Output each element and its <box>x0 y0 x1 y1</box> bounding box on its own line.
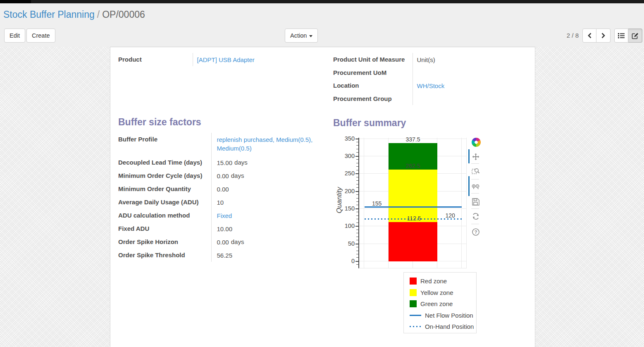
legend-label: Red zone <box>420 278 447 285</box>
legend-swatch <box>410 278 417 285</box>
legend-label: Yellow zone <box>420 289 453 296</box>
adu-label: Average Daily Usage (ADU) <box>118 196 211 209</box>
moc-label: Minimum Order Cycle (days) <box>118 169 211 182</box>
form-view-background: My Company Product [ADPT] USB Adapter Pr… <box>0 47 644 347</box>
field-row-procurement-uom: Procurement UoM <box>333 66 532 79</box>
create-button[interactable]: Create <box>26 29 55 43</box>
plot-area: 050100150200250300350337.5262.5155112.51… <box>358 138 467 268</box>
legend-item[interactable]: Net Flow Position <box>410 310 476 321</box>
buffer-profile-link[interactable]: replenish purchased, Medium(0.5), Medium… <box>217 136 313 152</box>
buffer-profile-label: Buffer Profile <box>118 133 211 156</box>
modebar-active-indicator <box>468 149 470 163</box>
location-link[interactable]: WH/Stock <box>417 82 445 89</box>
edit-button[interactable]: Edit <box>4 29 25 43</box>
control-panel: Stock Buffer Planning/OP/00006 Edit Crea… <box>0 3 644 47</box>
legend-label: Net Flow Position <box>425 312 473 319</box>
form-view-button[interactable] <box>628 29 642 43</box>
edit-form-icon <box>632 32 639 39</box>
adu-method-link[interactable]: Fixed <box>217 212 232 219</box>
field-row-location: Location WH/Stock <box>333 79 532 92</box>
view-switcher <box>614 29 642 43</box>
moc-value: 0.00 <box>217 172 229 179</box>
legend-item[interactable]: On-Hand Position <box>410 321 476 333</box>
fixed-adu-value: 10.00 <box>211 222 317 235</box>
chart-legend-entries: Red zoneYellow zoneGreen zoneNet Flow Po… <box>410 275 476 333</box>
spike-threshold-value: 56.25 <box>211 249 317 262</box>
field-row-spike-threshold: Order Spike Threshold 56.25 <box>118 249 317 262</box>
group-procurement: Product Unit of Measure Unit(s) Procurem… <box>333 53 532 105</box>
field-row-uom: Product Unit of Measure Unit(s) <box>333 53 532 66</box>
breadcrumb-separator: / <box>97 9 100 20</box>
chart-modebar: ? <box>468 138 482 245</box>
moq-value: 0.00 <box>211 182 317 196</box>
field-row-adu: Average Daily Usage (ADU) 10 <box>118 196 317 209</box>
dlt-label: Decoupled Lead Time (days) <box>118 156 211 169</box>
next-record-button[interactable] <box>596 29 611 43</box>
save-chart-icon[interactable] <box>472 198 480 206</box>
product-uom-label: Product Unit of Measure <box>333 53 413 66</box>
breadcrumb-current: OP/00006 <box>102 9 145 20</box>
pan-icon[interactable] <box>472 153 480 161</box>
chart-legend: Red zoneYellow zoneGreen zoneNet Flow Po… <box>403 272 477 333</box>
chevron-right-icon <box>601 32 606 39</box>
spike-horizon-value: 0.00 <box>217 239 229 246</box>
field-row-buffer-profile: Buffer Profile replenish purchased, Medi… <box>118 133 317 156</box>
caret-down-icon <box>309 35 312 37</box>
field-row-fixed-adu: Fixed ADU 10.00 <box>118 222 317 235</box>
procurement-group-label: Procurement Group <box>333 92 413 105</box>
legend-item[interactable]: Red zone <box>410 275 476 287</box>
chevron-left-icon <box>587 32 592 39</box>
procurement-uom-value <box>413 66 532 79</box>
fixed-adu-label: Fixed ADU <box>118 222 211 235</box>
procurement-uom-label: Procurement UoM <box>333 66 413 79</box>
moc-unit: days <box>231 172 244 179</box>
action-button[interactable]: Action <box>285 29 318 43</box>
plotly-logo-icon[interactable] <box>472 138 481 147</box>
record-pager <box>582 29 611 43</box>
pager-count: 2 / 8 <box>567 29 579 43</box>
legend-line-sample <box>410 315 421 316</box>
list-icon <box>618 33 625 38</box>
product-uom-value: Unit(s) <box>413 53 532 66</box>
legend-label: On-Hand Position <box>425 323 474 330</box>
group-product: Product [ADPT] USB Adapter <box>118 53 312 66</box>
legend-label: Green zone <box>420 300 453 307</box>
product-link[interactable]: [ADPT] USB Adapter <box>197 56 255 63</box>
moq-label: Minimum Order Quantity <box>118 182 211 196</box>
legend-line-sample <box>410 326 421 327</box>
product-label: Product <box>118 53 193 66</box>
field-row-moc: Minimum Order Cycle (days) 0.00days <box>118 169 317 182</box>
dlt-unit: days <box>234 159 248 166</box>
zoom-in-out-icon[interactable] <box>472 183 480 191</box>
field-row-moq: Minimum Order Quantity 0.00 <box>118 182 317 196</box>
prev-record-button[interactable] <box>582 29 596 43</box>
adu-value: 10 <box>211 196 317 209</box>
section-title-summary: Buffer summary <box>333 117 406 129</box>
field-row-spike-horizon: Order Spike Horizon 0.00days <box>118 235 317 249</box>
field-row-product: Product [ADPT] USB Adapter <box>118 53 312 66</box>
group-buffer-factors: Buffer Profile replenish purchased, Medi… <box>118 133 317 262</box>
spike-threshold-label: Order Spike Threshold <box>118 249 211 262</box>
legend-item[interactable]: Yellow zone <box>410 287 476 299</box>
company-value-clipped: My Company <box>417 47 453 49</box>
field-row-procurement-group: Procurement Group <box>333 92 532 105</box>
modebar-active-indicator <box>468 176 470 196</box>
field-row-dlt: Decoupled Lead Time (days) 15.00days <box>118 156 317 169</box>
location-label: Location <box>333 79 413 92</box>
top-menu-bar <box>0 0 644 3</box>
reset-axes-icon[interactable] <box>472 212 480 220</box>
list-view-button[interactable] <box>614 29 628 43</box>
field-row-adu-method: ADU calculation method Fixed <box>118 209 317 222</box>
help-icon[interactable]: ? <box>472 228 480 236</box>
legend-swatch <box>410 300 417 307</box>
breadcrumb-link[interactable]: Stock Buffer Planning <box>3 9 95 20</box>
procurement-group-value <box>413 92 532 105</box>
dlt-value: 15.00 <box>217 159 233 166</box>
form-sheet: My Company Product [ADPT] USB Adapter Pr… <box>110 47 535 347</box>
action-button-label: Action <box>290 32 307 39</box>
legend-item[interactable]: Green zone <box>410 298 476 310</box>
svg-text:?: ? <box>475 230 477 235</box>
zoom-box-icon[interactable] <box>472 167 480 175</box>
legend-swatch <box>410 289 417 296</box>
breadcrumb: Stock Buffer Planning/OP/00006 <box>3 8 145 21</box>
